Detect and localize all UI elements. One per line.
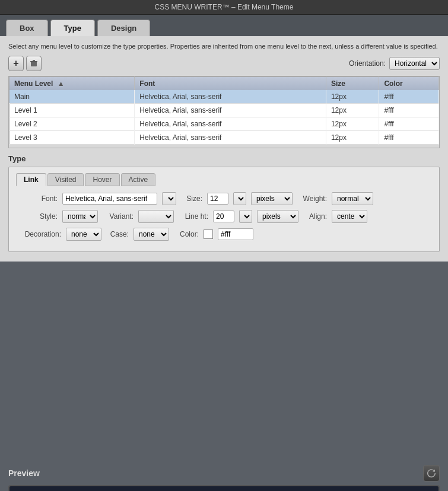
style-row: Style: normal italic Variant: Line ht: ▲… [16, 210, 432, 223]
case-select[interactable]: none uppercase lowercase [134, 228, 169, 241]
font-label: Font: [16, 195, 58, 203]
align-label: Align: [303, 212, 327, 221]
add-button[interactable]: + [8, 56, 24, 71]
line-ht-unit-select[interactable]: pixels [257, 210, 298, 223]
preview-title: Preview [8, 468, 40, 478]
font-row: Font: ▼ Size: ▲▼ pixels Weight: n [16, 192, 432, 205]
svg-rect-1 [30, 61, 37, 62]
type-tabs: Link Visited Hover Active [16, 173, 432, 186]
orientation-select[interactable]: Horizontal Vertical [389, 57, 440, 70]
cell-size: 12px [326, 131, 379, 145]
orientation-row: Orientation: Horizontal Vertical [349, 57, 440, 70]
size-label: Size: [181, 195, 202, 203]
toolbar-left: + [8, 56, 42, 71]
align-select[interactable]: center left right [332, 210, 367, 223]
col-font[interactable]: Font [135, 77, 326, 91]
decoration-select[interactable]: none underline [66, 228, 101, 241]
cell-color: #fff [379, 90, 439, 104]
type-tab-visited[interactable]: Visited [47, 173, 84, 186]
content-area: Select any menu level to customize the t… [0, 36, 448, 262]
table-scroll[interactable]: Menu Level ▲ Font Size Color Main Helvet… [9, 76, 439, 148]
menu-table-body: Main Helvetica, Arial, sans-serif 12px #… [9, 90, 439, 145]
variant-select[interactable] [138, 210, 174, 223]
type-tab-link[interactable]: Link [16, 173, 46, 186]
size-stepper[interactable]: ▲▼ [233, 192, 246, 205]
table-header-row: Menu Level ▲ Font Size Color [9, 77, 439, 91]
case-label: Case: [106, 230, 129, 238]
toolbar-row: + Orientation: Horizontal Vertical [8, 56, 440, 71]
size-input[interactable] [207, 193, 228, 205]
title-text: CSS MENU WRITER™ – Edit Menu Theme [155, 3, 294, 11]
style-select[interactable]: normal italic [62, 210, 98, 223]
variant-label: Variant: [103, 212, 134, 221]
line-ht-stepper[interactable]: ▲▼ [239, 210, 252, 223]
font-input[interactable] [62, 193, 157, 205]
cell-size: 12px [326, 117, 379, 131]
type-section: Type Link Visited Hover Active Font: ▼ S… [8, 154, 440, 252]
cell-level: Level 3 [9, 131, 135, 145]
type-tab-active[interactable]: Active [121, 173, 156, 186]
trash-icon [30, 59, 38, 68]
weight-label: Weight: [297, 195, 327, 203]
type-section-title: Type [8, 154, 440, 163]
line-ht-input[interactable] [213, 211, 234, 222]
cell-font: Helvetica, Arial, sans-serif [135, 131, 326, 145]
type-tab-hover[interactable]: Hover [85, 173, 119, 186]
refresh-button[interactable] [423, 465, 440, 482]
cell-level: Level 1 [9, 104, 135, 117]
cell-font: Helvetica, Arial, sans-serif [135, 90, 326, 104]
decoration-label: Decoration: [16, 230, 61, 238]
col-menu-level[interactable]: Menu Level ▲ [9, 77, 135, 91]
col-color[interactable]: Color [379, 77, 439, 91]
table-row[interactable]: Level 1 Helvetica, Arial, sans-serif 12p… [9, 104, 439, 117]
tab-design[interactable]: Design [97, 20, 150, 36]
cell-level: Level 2 [9, 117, 135, 131]
main-container: Box Type Design Select any menu level to… [0, 15, 448, 465]
cell-size: 12px [326, 90, 379, 104]
tab-bar: Box Type Design [0, 15, 448, 36]
preview-outer: Preview Item 1 Item 2 Item 3 [0, 465, 448, 491]
font-dropdown[interactable]: ▼ [162, 192, 176, 205]
cell-color: #fff [379, 131, 439, 145]
cell-level: Main [9, 90, 135, 104]
cell-color: #fff [379, 117, 439, 131]
sort-icon: ▲ [58, 79, 65, 88]
refresh-icon [427, 468, 436, 478]
tab-box[interactable]: Box [6, 20, 48, 36]
line-ht-label: Line ht: [179, 212, 208, 221]
cell-font: Helvetica, Arial, sans-serif [135, 117, 326, 131]
preview-header: Preview [8, 465, 440, 482]
style-label: Style: [16, 212, 58, 221]
cell-color: #fff [379, 104, 439, 117]
weight-select[interactable]: normal bold [332, 192, 373, 205]
color-label: Color: [174, 230, 199, 238]
table-row[interactable]: Level 3 Helvetica, Arial, sans-serif 12p… [9, 131, 439, 145]
title-bar: CSS MENU WRITER™ – Edit Menu Theme [0, 0, 448, 15]
orientation-label: Orientation: [349, 59, 386, 68]
cell-size: 12px [326, 104, 379, 117]
size-unit-select[interactable]: pixels [251, 192, 293, 205]
color-swatch[interactable] [204, 229, 213, 239]
preview-frame: Item 1 Item 2 Item 3 [8, 485, 440, 491]
delete-button[interactable] [26, 56, 42, 71]
cell-font: Helvetica, Arial, sans-serif [135, 104, 326, 117]
color-input[interactable] [218, 228, 253, 240]
tab-type[interactable]: Type [50, 20, 95, 36]
type-border: Link Visited Hover Active Font: ▼ Size: … [8, 167, 440, 252]
col-size[interactable]: Size [326, 77, 379, 91]
svg-rect-2 [33, 60, 35, 61]
description-text: Select any menu level to customize the t… [8, 42, 440, 51]
table-row[interactable]: Main Helvetica, Arial, sans-serif 12px #… [9, 90, 439, 104]
table-wrapper: Menu Level ▲ Font Size Color Main Helvet… [8, 76, 440, 148]
table-row[interactable]: Level 2 Helvetica, Arial, sans-serif 12p… [9, 117, 439, 131]
svg-rect-0 [31, 62, 37, 66]
decoration-row: Decoration: none underline Case: none up… [16, 228, 432, 241]
menu-table: Menu Level ▲ Font Size Color Main Helvet… [9, 76, 439, 145]
